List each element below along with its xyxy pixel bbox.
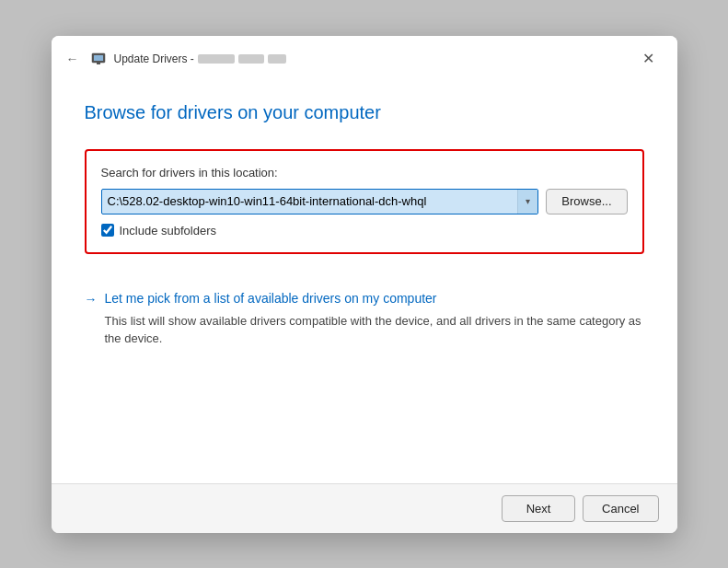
title-bar: ← Update Drivers - ✕	[52, 36, 677, 80]
footer: Next Cancel	[52, 483, 677, 533]
include-subfolders-checkbox[interactable]	[101, 224, 114, 237]
path-input-wrapper[interactable]: ▾	[101, 189, 539, 214]
checkbox-row: Include subfolders	[101, 224, 628, 238]
title-blur-2	[238, 54, 264, 64]
title-text: Update Drivers -	[114, 52, 286, 65]
title-blur-1	[198, 54, 235, 64]
pick-from-list-link[interactable]: → Let me pick from a list of available d…	[85, 291, 644, 307]
close-button[interactable]: ✕	[635, 45, 663, 73]
path-input[interactable]	[102, 192, 518, 210]
search-label: Search for drivers in this location:	[101, 166, 628, 180]
pick-link-text: Let me pick from a list of available dri…	[105, 291, 437, 306]
window-title-label: Update Drivers -	[114, 52, 194, 65]
device-icon	[90, 51, 107, 67]
dialog-window: ← Update Drivers - ✕ Browse for drivers …	[52, 36, 677, 533]
content-area: Browse for drivers on your computer Sear…	[52, 80, 677, 483]
svg-rect-2	[97, 63, 100, 64]
browse-button[interactable]: Browse...	[546, 189, 627, 214]
include-subfolders-label: Include subfolders	[120, 224, 217, 238]
pick-link-section: → Let me pick from a list of available d…	[85, 291, 644, 348]
back-arrow-icon[interactable]: ←	[66, 52, 79, 66]
pick-link-arrow-icon: →	[85, 292, 98, 307]
input-row: ▾ Browse...	[101, 189, 628, 214]
title-bar-left: ← Update Drivers -	[66, 51, 286, 67]
page-title: Browse for drivers on your computer	[85, 102, 644, 123]
pick-description: This list will show available drivers co…	[105, 312, 644, 348]
cancel-button[interactable]: Cancel	[583, 495, 658, 522]
title-blur-3	[268, 54, 286, 64]
svg-rect-1	[94, 55, 103, 61]
dropdown-arrow-icon[interactable]: ▾	[517, 190, 537, 214]
search-section: Search for drivers in this location: ▾ B…	[85, 149, 644, 254]
next-button[interactable]: Next	[502, 495, 575, 522]
